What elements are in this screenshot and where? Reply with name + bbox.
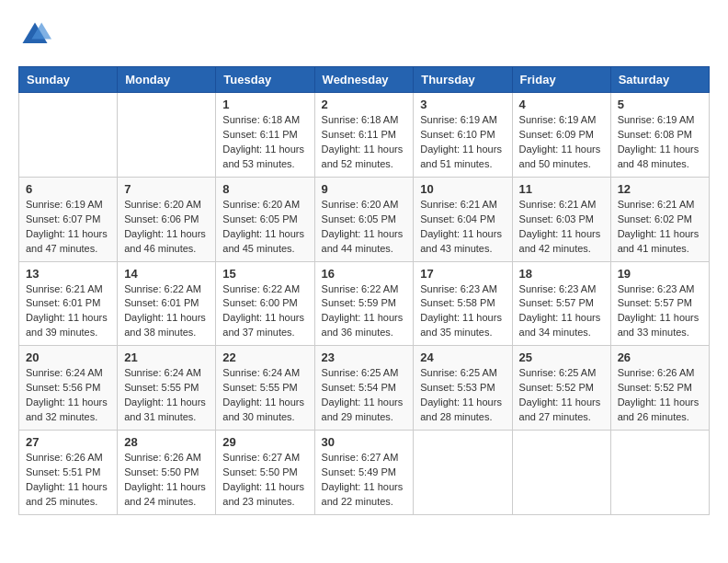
day-number: 14 xyxy=(124,267,209,281)
day-number: 12 xyxy=(618,182,702,196)
calendar-table: SundayMondayTuesdayWednesdayThursdayFrid… xyxy=(18,66,710,515)
calendar-cell xyxy=(414,431,512,515)
day-info: Sunrise: 6:19 AMSunset: 6:09 PMDaylight:… xyxy=(519,114,601,169)
calendar-cell: 26 Sunrise: 6:26 AMSunset: 5:52 PMDaylig… xyxy=(610,346,709,431)
day-number: 29 xyxy=(222,435,307,449)
calendar-cell: 5 Sunrise: 6:19 AMSunset: 6:08 PMDayligh… xyxy=(610,93,709,178)
day-info: Sunrise: 6:20 AMSunset: 6:05 PMDaylight:… xyxy=(222,199,304,254)
day-number: 10 xyxy=(420,182,505,196)
day-number: 27 xyxy=(26,435,110,449)
calendar-cell: 22 Sunrise: 6:24 AMSunset: 5:55 PMDaylig… xyxy=(216,346,314,431)
day-info: Sunrise: 6:23 AMSunset: 5:57 PMDaylight:… xyxy=(618,283,700,339)
day-info: Sunrise: 6:25 AMSunset: 5:52 PMDaylight:… xyxy=(519,367,601,422)
day-number: 2 xyxy=(322,98,407,111)
day-number: 22 xyxy=(222,350,307,364)
calendar-cell: 16 Sunrise: 6:22 AMSunset: 5:59 PMDaylig… xyxy=(314,261,414,346)
week-row-2: 6 Sunrise: 6:19 AMSunset: 6:07 PMDayligh… xyxy=(19,177,710,261)
calendar-cell: 13 Sunrise: 6:21 AMSunset: 6:01 PMDaylig… xyxy=(19,261,118,346)
weekday-header-thursday: Thursday xyxy=(414,67,512,93)
day-info: Sunrise: 6:25 AMSunset: 5:53 PMDaylight:… xyxy=(420,367,502,422)
calendar-cell: 24 Sunrise: 6:25 AMSunset: 5:53 PMDaylig… xyxy=(414,346,512,431)
calendar-cell xyxy=(118,93,216,178)
day-info: Sunrise: 6:19 AMSunset: 6:08 PMDaylight:… xyxy=(618,114,700,169)
calendar-cell: 2 Sunrise: 6:18 AMSunset: 6:11 PMDayligh… xyxy=(314,93,414,178)
day-number: 18 xyxy=(519,267,604,281)
day-info: Sunrise: 6:21 AMSunset: 6:02 PMDaylight:… xyxy=(618,199,700,254)
day-number: 5 xyxy=(618,98,702,111)
day-info: Sunrise: 6:24 AMSunset: 5:55 PMDaylight:… xyxy=(222,367,304,422)
calendar-cell xyxy=(512,431,610,515)
day-number: 20 xyxy=(26,350,110,364)
calendar-cell: 17 Sunrise: 6:23 AMSunset: 5:58 PMDaylig… xyxy=(414,261,512,346)
day-number: 17 xyxy=(420,267,505,281)
calendar-cell: 3 Sunrise: 6:19 AMSunset: 6:10 PMDayligh… xyxy=(414,93,512,178)
calendar-cell: 4 Sunrise: 6:19 AMSunset: 6:09 PMDayligh… xyxy=(512,93,610,178)
day-number: 13 xyxy=(26,267,110,281)
day-info: Sunrise: 6:24 AMSunset: 5:56 PMDaylight:… xyxy=(26,367,108,422)
calendar-cell: 27 Sunrise: 6:26 AMSunset: 5:51 PMDaylig… xyxy=(19,431,118,515)
day-info: Sunrise: 6:18 AMSunset: 6:11 PMDaylight:… xyxy=(222,114,304,169)
day-info: Sunrise: 6:19 AMSunset: 6:07 PMDaylight:… xyxy=(26,199,108,254)
day-info: Sunrise: 6:22 AMSunset: 6:00 PMDaylight:… xyxy=(222,283,304,339)
calendar-cell: 20 Sunrise: 6:24 AMSunset: 5:56 PMDaylig… xyxy=(19,346,118,431)
calendar-cell: 14 Sunrise: 6:22 AMSunset: 6:01 PMDaylig… xyxy=(118,261,216,346)
day-info: Sunrise: 6:21 AMSunset: 6:03 PMDaylight:… xyxy=(519,199,601,254)
calendar-cell: 30 Sunrise: 6:27 AMSunset: 5:49 PMDaylig… xyxy=(314,431,414,515)
day-info: Sunrise: 6:27 AMSunset: 5:50 PMDaylight:… xyxy=(222,452,304,507)
calendar-cell: 19 Sunrise: 6:23 AMSunset: 5:57 PMDaylig… xyxy=(610,261,709,346)
logo xyxy=(18,18,55,52)
day-info: Sunrise: 6:23 AMSunset: 5:57 PMDaylight:… xyxy=(519,283,601,339)
calendar-cell: 9 Sunrise: 6:20 AMSunset: 6:05 PMDayligh… xyxy=(314,177,414,261)
weekday-header-friday: Friday xyxy=(512,67,610,93)
calendar-cell: 8 Sunrise: 6:20 AMSunset: 6:05 PMDayligh… xyxy=(216,177,314,261)
day-number: 9 xyxy=(322,182,407,196)
calendar-cell: 1 Sunrise: 6:18 AMSunset: 6:11 PMDayligh… xyxy=(216,93,314,178)
week-row-3: 13 Sunrise: 6:21 AMSunset: 6:01 PMDaylig… xyxy=(19,261,710,346)
weekday-header-sunday: Sunday xyxy=(19,67,118,93)
day-info: Sunrise: 6:19 AMSunset: 6:10 PMDaylight:… xyxy=(420,114,502,169)
calendar-cell xyxy=(19,93,118,178)
calendar-cell: 11 Sunrise: 6:21 AMSunset: 6:03 PMDaylig… xyxy=(512,177,610,261)
day-number: 3 xyxy=(420,98,505,111)
logo-icon xyxy=(18,18,51,52)
day-number: 11 xyxy=(519,182,604,196)
day-info: Sunrise: 6:24 AMSunset: 5:55 PMDaylight:… xyxy=(124,367,206,422)
week-row-1: 1 Sunrise: 6:18 AMSunset: 6:11 PMDayligh… xyxy=(19,93,710,178)
day-info: Sunrise: 6:22 AMSunset: 6:01 PMDaylight:… xyxy=(124,283,206,339)
week-row-5: 27 Sunrise: 6:26 AMSunset: 5:51 PMDaylig… xyxy=(19,431,710,515)
day-info: Sunrise: 6:20 AMSunset: 6:05 PMDaylight:… xyxy=(322,199,404,254)
day-info: Sunrise: 6:27 AMSunset: 5:49 PMDaylight:… xyxy=(322,452,404,507)
day-number: 1 xyxy=(222,98,307,111)
day-number: 25 xyxy=(519,350,604,364)
week-row-4: 20 Sunrise: 6:24 AMSunset: 5:56 PMDaylig… xyxy=(19,346,710,431)
day-info: Sunrise: 6:25 AMSunset: 5:54 PMDaylight:… xyxy=(322,367,404,422)
day-number: 6 xyxy=(26,182,110,196)
calendar-cell: 7 Sunrise: 6:20 AMSunset: 6:06 PMDayligh… xyxy=(118,177,216,261)
day-number: 15 xyxy=(222,267,307,281)
calendar-cell: 25 Sunrise: 6:25 AMSunset: 5:52 PMDaylig… xyxy=(512,346,610,431)
weekday-header-tuesday: Tuesday xyxy=(216,67,314,93)
day-number: 23 xyxy=(322,350,407,364)
calendar-cell: 10 Sunrise: 6:21 AMSunset: 6:04 PMDaylig… xyxy=(414,177,512,261)
day-info: Sunrise: 6:20 AMSunset: 6:06 PMDaylight:… xyxy=(124,199,206,254)
day-info: Sunrise: 6:22 AMSunset: 5:59 PMDaylight:… xyxy=(322,283,404,339)
calendar-cell xyxy=(610,431,709,515)
day-number: 26 xyxy=(618,350,702,364)
page-header xyxy=(18,18,710,52)
day-number: 19 xyxy=(618,267,702,281)
weekday-header-row: SundayMondayTuesdayWednesdayThursdayFrid… xyxy=(19,67,710,93)
weekday-header-saturday: Saturday xyxy=(610,67,709,93)
day-info: Sunrise: 6:21 AMSunset: 6:01 PMDaylight:… xyxy=(26,283,108,339)
calendar-cell: 15 Sunrise: 6:22 AMSunset: 6:00 PMDaylig… xyxy=(216,261,314,346)
calendar-cell: 6 Sunrise: 6:19 AMSunset: 6:07 PMDayligh… xyxy=(19,177,118,261)
day-info: Sunrise: 6:18 AMSunset: 6:11 PMDaylight:… xyxy=(322,114,404,169)
day-number: 16 xyxy=(322,267,407,281)
calendar-cell: 12 Sunrise: 6:21 AMSunset: 6:02 PMDaylig… xyxy=(610,177,709,261)
day-info: Sunrise: 6:21 AMSunset: 6:04 PMDaylight:… xyxy=(420,199,502,254)
calendar-cell: 29 Sunrise: 6:27 AMSunset: 5:50 PMDaylig… xyxy=(216,431,314,515)
day-number: 21 xyxy=(124,350,209,364)
day-number: 24 xyxy=(420,350,505,364)
day-number: 8 xyxy=(222,182,307,196)
weekday-header-monday: Monday xyxy=(118,67,216,93)
calendar-cell: 21 Sunrise: 6:24 AMSunset: 5:55 PMDaylig… xyxy=(118,346,216,431)
